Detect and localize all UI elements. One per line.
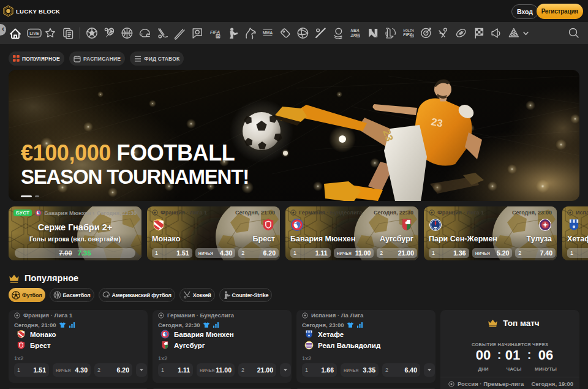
svg-text:2K: 2K bbox=[350, 32, 357, 38]
svg-text:23: 23 bbox=[430, 116, 443, 129]
svg-text:25: 25 bbox=[216, 34, 220, 38]
svg-text:LIVE: LIVE bbox=[29, 31, 39, 36]
svg-text:25: 25 bbox=[356, 34, 360, 37]
svg-text:MMA: MMA bbox=[263, 31, 273, 35]
svg-text:25: 25 bbox=[410, 34, 414, 37]
svg-text:VOLTA: VOLTA bbox=[403, 29, 414, 32]
